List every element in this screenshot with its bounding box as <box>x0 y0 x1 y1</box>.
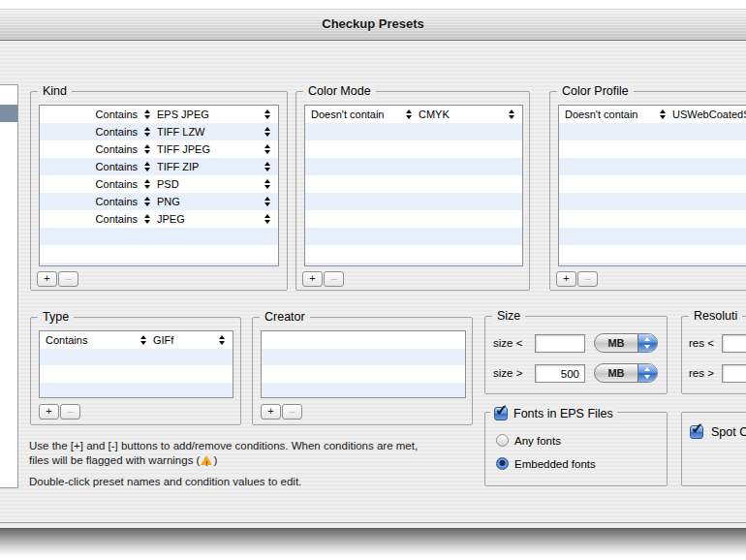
condition-operator[interactable]: Contains <box>40 143 138 155</box>
preset-list-selected-row[interactable] <box>0 105 17 122</box>
size-less-than-unit-popup[interactable]: MB <box>594 333 658 353</box>
condition-row[interactable]: Doesn't contain USWebCoatedS <box>559 106 746 123</box>
condition-value[interactable]: TIFF JPEG <box>157 143 210 155</box>
condition-value[interactable]: JPEG <box>157 213 185 225</box>
condition-operator[interactable]: Contains <box>40 161 138 172</box>
spot-colors-group: Spot C <box>681 412 746 486</box>
group-label: Creator <box>260 310 310 325</box>
color-mode-group: Color Mode Doesn't contain CMYK + – <box>295 91 530 291</box>
value-stepper-icon[interactable] <box>217 335 226 345</box>
window-title: Checkup Presets <box>0 10 746 39</box>
help-text-conditions: Use the [+] and [-] buttons to add/remov… <box>29 439 492 468</box>
operator-stepper-icon[interactable] <box>139 335 147 345</box>
condition-value[interactable]: GIFf <box>153 334 173 346</box>
condition-value[interactable]: PNG <box>157 196 180 207</box>
add-condition-button[interactable]: + <box>37 271 57 287</box>
condition-value[interactable]: EPS JPEG <box>157 109 209 120</box>
value-stepper-icon[interactable] <box>263 214 271 224</box>
remove-condition-button[interactable]: – <box>60 404 80 420</box>
operator-stepper-icon[interactable] <box>142 127 151 137</box>
creator-group: Creator + – <box>252 317 473 425</box>
size-group: Size size < MB size > MB <box>484 316 668 394</box>
add-condition-button[interactable]: + <box>556 271 576 287</box>
help-line-2: files will be flagged with warnings ( <box>29 454 200 466</box>
condition-operator[interactable]: Contains <box>40 178 138 190</box>
condition-row[interactable]: Contains GIFf <box>40 331 233 349</box>
value-stepper-icon[interactable] <box>263 162 271 171</box>
list-buttons: + – <box>302 271 344 287</box>
condition-operator[interactable]: Contains <box>40 126 138 138</box>
condition-value[interactable]: TIFF ZIP <box>157 161 199 172</box>
operator-stepper-icon[interactable] <box>142 109 151 119</box>
condition-row[interactable]: Contains PNG <box>40 193 278 210</box>
operator-stepper-icon[interactable] <box>142 197 151 206</box>
spot-colors-option[interactable]: Spot C <box>690 425 746 439</box>
operator-stepper-icon[interactable] <box>142 179 151 189</box>
kind-conditions-list[interactable]: Contains EPS JPEG Contains TIFF LZW Cont… <box>39 105 279 266</box>
color-profile-conditions-list[interactable]: Doesn't contain USWebCoatedS <box>558 105 746 266</box>
remove-condition-button[interactable]: – <box>324 271 344 287</box>
value-stepper-icon[interactable] <box>263 127 271 137</box>
embedded-fonts-option[interactable]: Embedded fonts <box>496 457 596 470</box>
unit-label: MB <box>595 334 637 352</box>
condition-row[interactable]: Contains TIFF JPEG <box>40 140 278 158</box>
condition-operator[interactable]: Doesn't contain <box>305 109 399 120</box>
size-less-than-input[interactable] <box>535 334 585 353</box>
window-drop-shadow <box>0 529 746 560</box>
type-conditions-list[interactable]: Contains GIFf <box>39 330 233 398</box>
add-condition-button[interactable]: + <box>39 404 59 420</box>
condition-value[interactable]: PSD <box>157 178 179 190</box>
condition-operator[interactable]: Doesn't contain <box>559 109 653 120</box>
add-condition-button[interactable]: + <box>261 404 281 420</box>
checked-checkbox-icon[interactable] <box>690 425 703 439</box>
res-less-than-label: res < <box>689 337 714 349</box>
condition-row[interactable]: Doesn't contain CMYK <box>305 106 522 123</box>
any-fonts-option[interactable]: Any fonts <box>496 434 561 447</box>
size-greater-than-input[interactable] <box>535 364 585 383</box>
color-mode-conditions-list[interactable]: Doesn't contain CMYK <box>304 105 523 266</box>
radio-selected-icon[interactable] <box>496 457 509 470</box>
checked-checkbox-icon[interactable] <box>494 407 508 420</box>
help-line-2-close: ) <box>213 454 217 466</box>
condition-value[interactable]: TIFF LZW <box>157 126 205 138</box>
operator-stepper-icon[interactable] <box>142 144 151 154</box>
condition-row[interactable]: Contains JPEG <box>40 210 278 228</box>
value-stepper-icon[interactable] <box>263 144 271 154</box>
condition-operator[interactable]: Contains <box>40 196 138 207</box>
value-stepper-icon[interactable] <box>263 179 271 189</box>
condition-value[interactable]: CMYK <box>419 109 450 120</box>
size-greater-than-unit-popup[interactable]: MB <box>594 363 658 383</box>
value-stepper-icon[interactable] <box>507 109 515 119</box>
creator-conditions-list[interactable] <box>261 330 466 398</box>
remove-condition-button[interactable]: – <box>577 271 598 287</box>
group-label: Color Mode <box>303 84 376 99</box>
res-greater-than-input[interactable] <box>722 364 746 383</box>
condition-operator[interactable]: Contains <box>40 334 134 346</box>
operator-stepper-icon[interactable] <box>404 109 413 119</box>
operator-stepper-icon[interactable] <box>658 109 667 119</box>
condition-operator[interactable]: Contains <box>40 109 138 120</box>
value-stepper-icon[interactable] <box>263 197 271 206</box>
operator-stepper-icon[interactable] <box>142 162 151 171</box>
value-stepper-icon[interactable] <box>263 109 271 119</box>
remove-condition-button[interactable]: – <box>282 404 302 420</box>
size-greater-than-label: size > <box>493 367 522 379</box>
condition-row[interactable]: Contains EPS JPEG <box>40 106 278 123</box>
group-label: Kind <box>38 84 72 99</box>
condition-row[interactable]: Contains TIFF LZW <box>40 123 278 140</box>
footer-divider <box>0 522 746 523</box>
radio-unselected-icon[interactable] <box>496 434 509 447</box>
group-label: Resoluti <box>689 309 742 324</box>
preset-list[interactable] <box>0 84 18 488</box>
add-condition-button[interactable]: + <box>302 271 323 287</box>
operator-stepper-icon[interactable] <box>142 214 151 224</box>
res-less-than-input[interactable] <box>722 334 746 353</box>
list-buttons: + – <box>261 404 302 420</box>
condition-row[interactable]: Contains TIFF ZIP <box>40 158 278 175</box>
remove-condition-button[interactable]: – <box>58 271 78 287</box>
window-content: Kind Contains EPS JPEG Contains TIFF LZW… <box>0 41 746 529</box>
condition-row[interactable]: Contains PSD <box>40 175 278 193</box>
condition-operator[interactable]: Contains <box>40 213 138 225</box>
kind-group: Kind Contains EPS JPEG Contains TIFF LZW… <box>30 91 288 291</box>
condition-value[interactable]: USWebCoatedS <box>672 109 746 120</box>
